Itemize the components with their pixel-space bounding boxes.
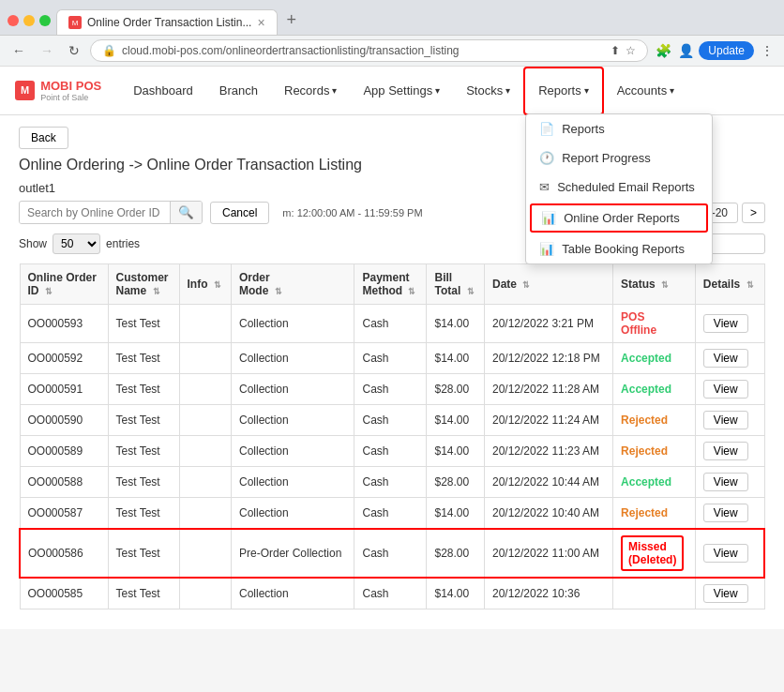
th-info[interactable]: Info ⇅: [179, 264, 231, 305]
dropdown-label-reports: Reports: [562, 122, 605, 136]
table-row: OO000585 Test Test Collection Cash $14.0…: [20, 578, 764, 609]
dropdown-item-reports[interactable]: 📄 Reports: [526, 114, 712, 143]
cell-details: View: [695, 578, 764, 609]
search-box: 🔍: [19, 201, 203, 224]
cell-customer: Test Test: [108, 405, 179, 436]
status-badge: Rejected: [621, 414, 668, 427]
reports-doc-icon: 📄: [539, 122, 554, 136]
maximize-button[interactable]: [39, 15, 51, 26]
nav-item-dashboard[interactable]: Dashboard: [120, 67, 206, 115]
view-button[interactable]: View: [703, 442, 748, 460]
th-status[interactable]: Status ⇅: [613, 264, 696, 305]
table-row: OO000586 Test Test Pre-Order Collection …: [20, 529, 764, 578]
cell-order-mode: Collection: [231, 498, 354, 530]
data-table: Online OrderID ⇅ CustomerName ⇅ Info ⇅ O…: [19, 263, 765, 609]
cell-date: 20/12/2022 10:44 AM: [484, 467, 612, 498]
cell-order-id: OO000589: [20, 436, 108, 467]
view-button[interactable]: View: [703, 584, 748, 603]
nav-links: Dashboard Branch Records ▾ App Settings …: [120, 67, 769, 115]
dropdown-item-report-progress[interactable]: 🕐 Report Progress: [526, 143, 712, 173]
view-button[interactable]: View: [703, 504, 748, 522]
cell-payment: Cash: [354, 436, 427, 467]
nav-item-stocks[interactable]: Stocks ▾: [453, 67, 523, 115]
back-button[interactable]: Back: [19, 127, 68, 149]
th-details[interactable]: Details ⇅: [695, 264, 764, 305]
cell-bill-total: $28.00: [427, 529, 485, 578]
dropdown-item-table-booking[interactable]: 📊 Table Booking Reports: [526, 234, 712, 263]
close-button[interactable]: [8, 15, 19, 26]
cell-payment: Cash: [354, 467, 427, 498]
dropdown-item-online-order-reports[interactable]: 📊 Online Order Reports: [530, 203, 708, 233]
nav-item-records[interactable]: Records ▾: [271, 67, 350, 115]
cell-details: View: [695, 343, 764, 374]
th-customer-name[interactable]: CustomerName ⇅: [108, 264, 179, 305]
view-button[interactable]: View: [703, 411, 748, 429]
back-nav-button[interactable]: ←: [8, 40, 30, 61]
entries-label: entries: [106, 237, 140, 250]
th-order-id[interactable]: Online OrderID ⇅: [20, 264, 108, 305]
cell-status: Rejected: [613, 436, 696, 467]
logo-icon: M: [15, 81, 35, 100]
cell-bill-total: $14.00: [427, 305, 485, 343]
nav-item-reports[interactable]: Reports ▾ 📄 Reports 🕐 Report Progress ✉ …: [523, 67, 604, 115]
cell-details: View: [695, 529, 764, 578]
cancel-button[interactable]: Cancel: [210, 202, 269, 224]
cell-info: [179, 305, 231, 343]
view-button[interactable]: View: [703, 314, 748, 333]
cell-customer: Test Test: [108, 343, 179, 374]
cell-status: Rejected: [613, 405, 696, 436]
view-button[interactable]: View: [703, 349, 748, 368]
search-button[interactable]: 🔍: [170, 202, 202, 223]
cell-info: [179, 374, 231, 405]
entries-select[interactable]: 10 25 50 100: [53, 233, 100, 254]
dropdown-item-scheduled-email[interactable]: ✉ Scheduled Email Reports: [526, 173, 712, 202]
reports-caret-icon: ▾: [584, 85, 589, 96]
status-badge: Accepted: [621, 383, 671, 396]
reports-dropdown: 📄 Reports 🕐 Report Progress ✉ Scheduled …: [525, 113, 713, 264]
nav-item-accounts[interactable]: Accounts ▾: [604, 67, 687, 115]
nav-label-accounts: Accounts: [617, 83, 667, 98]
cell-bill-total: $14.00: [427, 343, 485, 374]
cell-customer: Test Test: [108, 305, 179, 343]
th-bill-total[interactable]: BillTotal ⇅: [427, 264, 485, 305]
new-tab-button[interactable]: +: [278, 6, 307, 35]
cell-status: POSOffline: [613, 305, 696, 343]
profile-icon: 👤: [676, 41, 695, 60]
reload-button[interactable]: ↻: [64, 40, 84, 61]
cell-status: Rejected: [613, 498, 696, 530]
view-button[interactable]: View: [703, 473, 748, 491]
th-order-mode[interactable]: OrderMode ⇅: [231, 264, 354, 305]
extensions-icon: 🧩: [654, 41, 672, 60]
tab-close-button[interactable]: ×: [257, 15, 264, 30]
dropdown-label-table-booking: Table Booking Reports: [562, 242, 685, 256]
view-button[interactable]: View: [703, 544, 748, 563]
cell-date: 20/12/2022 11:00 AM: [484, 529, 612, 578]
search-input[interactable]: [20, 203, 170, 223]
cell-status: Accepted: [613, 374, 696, 405]
cell-info: [179, 405, 231, 436]
address-bar[interactable]: 🔒 cloud.mobi-pos.com/onlineordertransact…: [90, 39, 648, 62]
cell-order-mode: Collection: [231, 436, 354, 467]
browser-tab[interactable]: M Online Order Transaction Listin... ×: [56, 9, 278, 35]
nav-item-appsettings[interactable]: App Settings ▾: [350, 67, 453, 115]
update-button[interactable]: Update: [699, 41, 754, 60]
cell-order-mode: Collection: [231, 374, 354, 405]
status-badge: Missed(Deleted): [621, 535, 684, 571]
cell-bill-total: $14.00: [427, 405, 485, 436]
minimize-button[interactable]: [23, 15, 35, 26]
th-payment-method[interactable]: PaymentMethod ⇅: [354, 264, 427, 305]
view-button[interactable]: View: [703, 380, 748, 399]
nav-label-reports: Reports: [538, 83, 581, 98]
date-next-button[interactable]: >: [742, 203, 765, 223]
cell-status: Accepted: [613, 467, 696, 498]
cell-info: [179, 467, 231, 498]
nav-item-branch[interactable]: Branch: [206, 67, 271, 115]
forward-nav-button[interactable]: →: [36, 40, 58, 61]
logo-sub: Point of Sale: [40, 93, 101, 102]
accounts-caret-icon: ▾: [670, 85, 674, 96]
cell-bill-total: $14.00: [427, 578, 485, 609]
cell-details: View: [695, 405, 764, 436]
th-date[interactable]: Date ⇅: [484, 264, 612, 305]
table-row: OO000593 Test Test Collection Cash $14.0…: [20, 305, 764, 343]
lock-icon: 🔒: [102, 44, 116, 57]
